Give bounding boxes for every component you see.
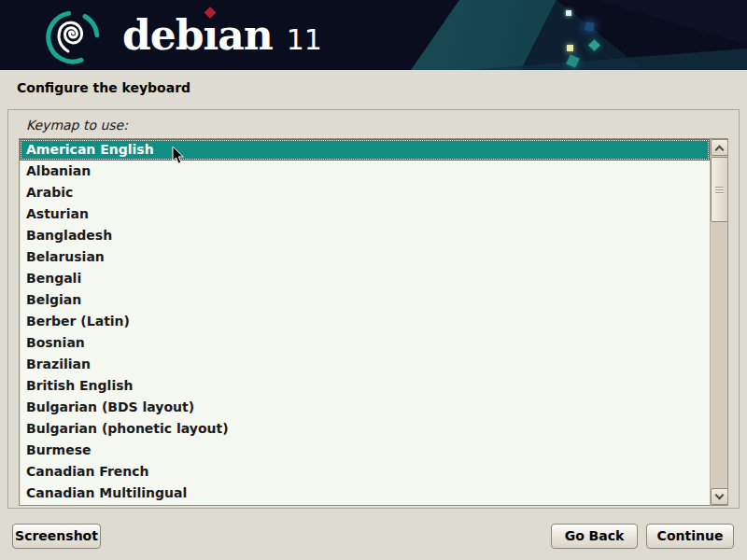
list-item[interactable]: British English (20, 375, 710, 397)
chevron-up-icon (715, 145, 725, 154)
scroll-down-button[interactable] (711, 488, 728, 505)
list-item[interactable]: Berber (Latin) (20, 311, 710, 332)
logotype: debian 11 (122, 0, 322, 70)
list-item[interactable]: Brazilian (20, 354, 710, 375)
deco-square (585, 21, 594, 31)
continue-button[interactable]: Continue (646, 524, 734, 549)
go-back-button[interactable]: Go Back (551, 524, 638, 549)
list-item[interactable]: Canadian Multilingual (20, 483, 710, 504)
list-item[interactable]: Asturian (20, 203, 710, 225)
banner: debian 11 (0, 0, 747, 70)
list-item[interactable]: Bangladesh (20, 225, 710, 246)
list-item[interactable]: Bulgarian (phonetic layout) (20, 418, 710, 440)
keymap-list: American EnglishAlbanianArabicAsturianBa… (20, 139, 710, 504)
scrollbar[interactable] (710, 139, 727, 505)
deco-square (567, 45, 573, 51)
keymap-label: Keymap to use: (26, 118, 128, 133)
list-item[interactable]: Bengali (20, 268, 710, 289)
list-item[interactable]: Albanian (20, 161, 710, 182)
list-item[interactable]: Bosnian (20, 332, 710, 354)
brand-name: debian (122, 0, 273, 70)
list-item[interactable]: American English (20, 139, 710, 161)
deco-square (566, 10, 571, 16)
page-title: Configure the keyboard (17, 80, 190, 95)
brand-pre: deb (122, 11, 204, 59)
list-item[interactable]: Belgian (20, 289, 710, 311)
brand-i: i (204, 0, 218, 70)
thumb-grip (715, 187, 724, 195)
list-item[interactable]: Arabic (20, 182, 710, 203)
banner-art (0, 0, 747, 70)
keymap-frame: Keymap to use: American EnglishAlbanianA… (7, 109, 740, 509)
version-number: 11 (287, 5, 322, 70)
brand-post: an (218, 11, 273, 59)
screenshot-button[interactable]: Screenshot (12, 524, 101, 549)
chevron-down-icon (715, 490, 725, 499)
list-item[interactable]: Canadian French (20, 461, 710, 483)
list-item[interactable]: Bulgarian (BDS layout) (20, 397, 710, 418)
scrollbar-thumb[interactable] (711, 157, 728, 222)
list-item[interactable]: Belarusian (20, 246, 710, 268)
debian-swirl-icon (43, 6, 103, 65)
list-item[interactable]: Burmese (20, 440, 710, 461)
scroll-up-button[interactable] (711, 139, 728, 156)
keymap-listbox: American EnglishAlbanianArabicAsturianBa… (19, 138, 728, 506)
